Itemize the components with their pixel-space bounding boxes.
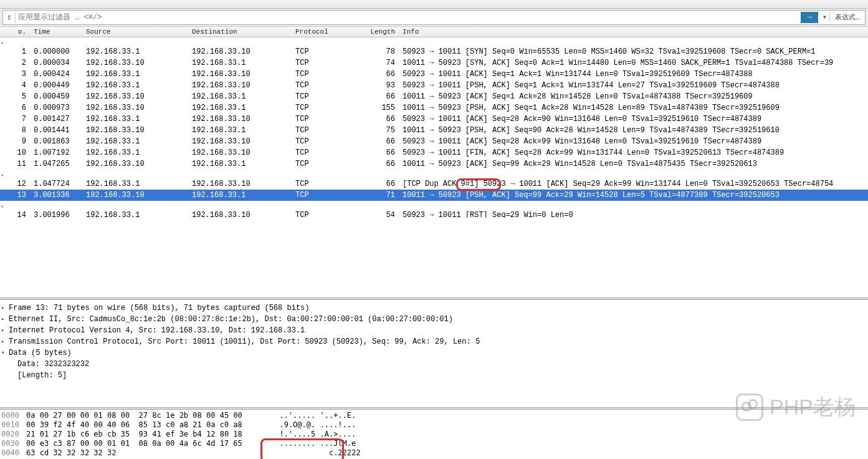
detail-line[interactable]: ▾Data (5 bytes) — [1, 347, 867, 359]
packet-row[interactable]: 101.007192192.168.33.1192.168.33.10TCP66… — [0, 147, 868, 158]
hex-row[interactable]: 001000 39 f2 4f 40 00 40 06 85 13 c0 a8 … — [1, 420, 867, 430]
tree-toggle-icon[interactable]: ▸ — [1, 302, 7, 314]
packet-row[interactable]: 20.000034192.168.33.10192.168.33.1TCP741… — [0, 57, 868, 69]
tree-toggle-icon[interactable]: ▸ — [1, 325, 7, 336]
packet-details-pane[interactable]: ▸Frame 13: 71 bytes on wire (568 bits), … — [0, 300, 868, 382]
hex-row[interactable]: 00000a 00 27 00 00 01 08 00 27 8c 1e 2b … — [1, 411, 867, 420]
hex-row[interactable]: 002021 01 27 1b c6 eb cb 35 93 41 ef 3e … — [1, 430, 867, 439]
packet-row[interactable]: 133.001336192.168.33.10192.168.33.1TCP71… — [0, 190, 868, 201]
packet-row[interactable]: 50.000459192.168.33.10192.168.33.1TCP661… — [0, 91, 868, 102]
packet-row[interactable]: 90.001863192.168.33.1192.168.33.10TCP665… — [0, 136, 868, 147]
detail-line[interactable]: [Length: 5] — [1, 370, 867, 381]
filter-history-dropdown[interactable]: ▾ — [819, 12, 829, 22]
packet-row[interactable]: 10.000000192.168.33.1192.168.33.10TCP785… — [0, 46, 868, 57]
packet-row[interactable]: 111.047265192.168.33.10192.168.33.1TCP66… — [0, 158, 868, 170]
col-header-no[interactable]: o. — [0, 27, 30, 36]
tree-toggle-icon[interactable]: ▾ — [1, 347, 7, 359]
filter-bookmark-icon[interactable]: ▯ — [3, 11, 16, 24]
packet-row[interactable]: 30.000424192.168.33.1192.168.33.10TCP665… — [0, 69, 868, 80]
display-filter-bar: ▯ → ▾ 表达式… — [2, 10, 866, 25]
tree-toggle-icon[interactable]: ▸ — [1, 314, 7, 325]
packet-list-header: o. Time Source Destination Protocol Leng… — [0, 26, 868, 37]
filter-apply-button[interactable]: → — [801, 12, 818, 23]
packet-row[interactable]: 40.000449192.168.33.1192.168.33.10TCP935… — [0, 80, 868, 91]
packet-bytes-pane[interactable]: 00000a 00 27 00 00 01 08 00 27 8c 1e 2b … — [0, 410, 868, 459]
packet-list-pane: o. Time Source Destination Protocol Leng… — [0, 26, 868, 218]
col-header-info[interactable]: Info — [399, 27, 868, 36]
col-header-time[interactable]: Time — [30, 27, 82, 36]
packet-list-body[interactable]: .10.000000192.168.33.1192.168.33.10TCP78… — [0, 37, 868, 218]
main-toolbar — [0, 0, 868, 9]
expression-button[interactable]: 表达式… — [829, 12, 865, 22]
detail-line[interactable]: Data: 3232323232 — [1, 359, 867, 370]
hex-row[interactable]: 003000 e3 c3 87 00 00 01 01 08 0a 00 4a … — [1, 439, 867, 448]
col-header-length[interactable]: Length — [349, 27, 399, 36]
detail-line[interactable]: ▸Internet Protocol Version 4, Src: 192.1… — [1, 325, 867, 336]
packet-row[interactable]: 60.000973192.168.33.10192.168.33.1TCP155… — [0, 102, 868, 114]
col-header-destination[interactable]: Destination — [188, 27, 292, 36]
detail-line[interactable]: ▸Frame 13: 71 bytes on wire (568 bits), … — [1, 302, 867, 314]
packet-row[interactable]: 121.047724192.168.33.1192.168.33.10TCP66… — [0, 178, 868, 190]
packet-row[interactable]: 70.001427192.168.33.1192.168.33.10TCP665… — [0, 114, 868, 125]
col-header-protocol[interactable]: Protocol — [292, 27, 349, 36]
detail-line[interactable]: ▸Transmission Control Protocol, Src Port… — [1, 336, 867, 347]
hex-row[interactable]: 004063 cd 32 32 32 32 32 c.22222 — [1, 448, 867, 458]
col-header-source[interactable]: Source — [82, 27, 188, 36]
tree-toggle-icon[interactable]: ▸ — [1, 336, 7, 347]
packet-row[interactable]: 143.001996192.168.33.1192.168.33.10TCP54… — [0, 210, 868, 218]
detail-line[interactable]: ▸Ethernet II, Src: CadmusCo_8c:1e:2b (08… — [1, 314, 867, 325]
display-filter-input[interactable] — [18, 13, 801, 22]
packet-row[interactable]: 80.001441192.168.33.10192.168.33.1TCP751… — [0, 125, 868, 136]
